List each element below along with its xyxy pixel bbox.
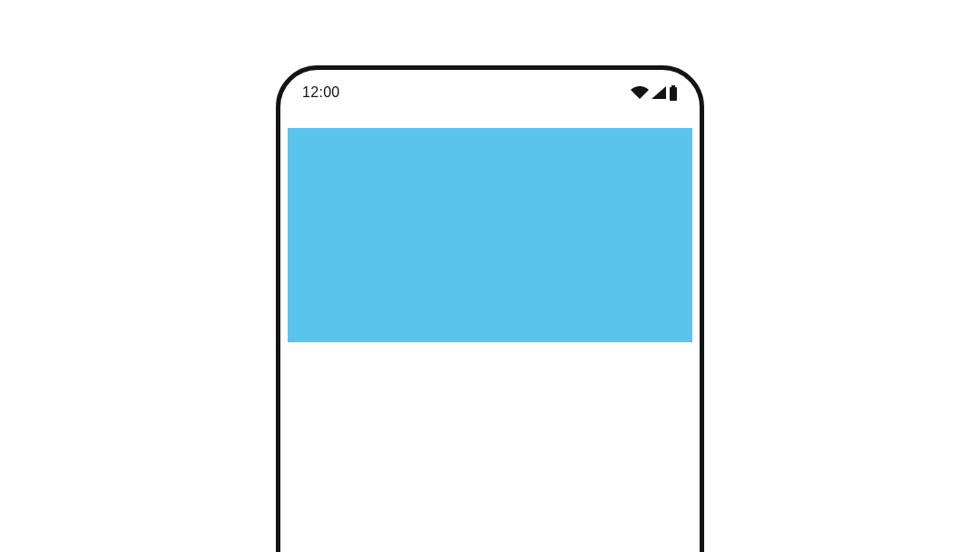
- svg-rect-1: [670, 87, 677, 101]
- status-time: 12:00: [302, 84, 340, 101]
- status-icons-group: [631, 85, 678, 101]
- cellular-icon: [651, 85, 667, 100]
- phone-frame: 12:00: [276, 65, 704, 552]
- battery-icon: [669, 85, 678, 101]
- status-bar: 12:00: [280, 70, 700, 110]
- wifi-icon: [631, 85, 649, 100]
- content-block: [288, 128, 692, 342]
- svg-rect-0: [671, 85, 675, 87]
